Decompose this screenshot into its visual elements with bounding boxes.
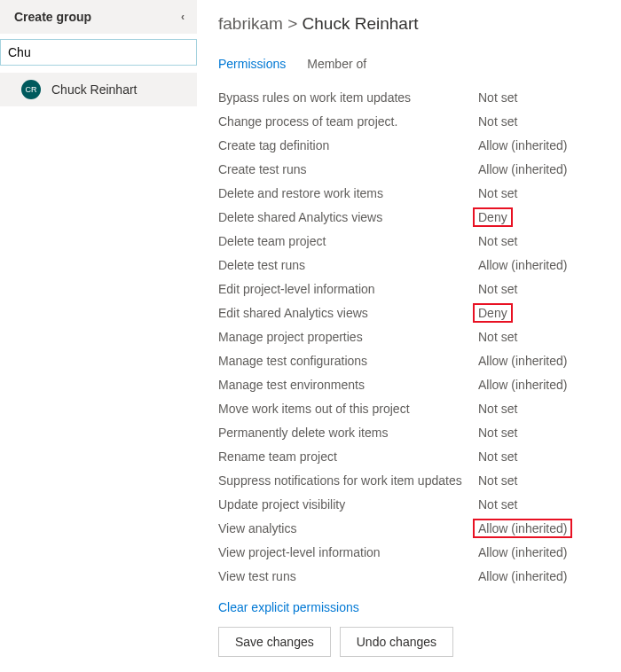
- permission-row: Suppress notifications for work item upd…: [218, 468, 621, 492]
- permission-row: Edit shared Analytics viewsDeny: [218, 301, 621, 324]
- permission-value[interactable]: Allow (inherited): [478, 354, 567, 368]
- permission-label: Manage test environments: [218, 378, 478, 392]
- permission-value[interactable]: Not set: [478, 497, 517, 512]
- permission-row: Rename team projectNot set: [218, 444, 621, 468]
- permission-value[interactable]: Not set: [478, 282, 517, 296]
- permission-row: Manage project propertiesNot set: [218, 324, 621, 348]
- permission-label: Manage project properties: [218, 330, 478, 344]
- permission-value[interactable]: Allow (inherited): [478, 569, 567, 583]
- permission-value[interactable]: Not set: [478, 449, 517, 464]
- permission-row: Delete test runsAllow (inherited): [218, 253, 621, 277]
- permission-label: Edit shared Analytics views: [218, 306, 478, 320]
- permission-label: Change process of team project.: [218, 114, 478, 129]
- permission-row: Delete team projectNot set: [218, 229, 621, 253]
- permission-label: Delete and restore work items: [218, 186, 478, 200]
- permission-row: Edit project-level informationNot set: [218, 277, 621, 301]
- create-group-label: Create group: [14, 10, 91, 24]
- permission-value[interactable]: Not set: [478, 114, 517, 129]
- permissions-list: Bypass rules on work item updatesNot set…: [218, 85, 621, 588]
- permission-value[interactable]: Not set: [478, 402, 517, 416]
- permission-value[interactable]: Not set: [478, 186, 517, 200]
- permission-label: Permanently delete work items: [218, 426, 478, 440]
- permission-label: Edit project-level information: [218, 282, 478, 296]
- button-row: Save changes Undo changes: [218, 627, 621, 657]
- permission-row: Manage test environmentsAllow (inherited…: [218, 372, 621, 396]
- chevron-left-icon[interactable]: ‹: [176, 11, 190, 23]
- permission-value[interactable]: Allow (inherited): [478, 258, 567, 272]
- create-group-button[interactable]: Create group ‹: [0, 0, 197, 34]
- permission-value[interactable]: Not set: [478, 330, 517, 344]
- permission-row: Change process of team project.Not set: [218, 109, 621, 133]
- breadcrumb-current: Chuck Reinhart: [303, 14, 419, 33]
- permission-row: Update project visibilityNot set: [218, 492, 621, 516]
- permission-label: View test runs: [218, 569, 478, 583]
- breadcrumb: fabrikam > Chuck Reinhart: [218, 14, 621, 34]
- permission-label: Delete test runs: [218, 258, 478, 272]
- tab-member-of[interactable]: Member of: [307, 57, 366, 71]
- permission-value[interactable]: Allow (inherited): [478, 162, 567, 176]
- permission-row: Manage test configurationsAllow (inherit…: [218, 348, 621, 372]
- permission-label: Move work items out of this project: [218, 402, 478, 416]
- user-name: Chuck Reinhart: [51, 82, 138, 97]
- avatar: CR: [21, 80, 41, 99]
- breadcrumb-separator: >: [287, 14, 297, 33]
- tab-permissions[interactable]: Permissions: [218, 57, 286, 71]
- permission-value[interactable]: Not set: [478, 234, 517, 248]
- left-panel: Create group ‹ CR Chuck Reinhart: [0, 0, 197, 672]
- permission-row: Delete and restore work itemsNot set: [218, 181, 621, 205]
- tabs: Permissions Member of: [218, 57, 621, 71]
- breadcrumb-parent[interactable]: fabrikam: [218, 14, 283, 33]
- permission-row: Create test runsAllow (inherited): [218, 157, 621, 181]
- permission-row: View project-level informationAllow (inh…: [218, 540, 621, 564]
- permission-row: Move work items out of this projectNot s…: [218, 396, 621, 420]
- permission-label: Delete team project: [218, 234, 478, 248]
- permission-row: View analyticsAllow (inherited): [218, 516, 621, 540]
- save-button[interactable]: Save changes: [218, 627, 331, 657]
- permission-label: Rename team project: [218, 449, 478, 464]
- permission-value[interactable]: Deny: [478, 306, 507, 320]
- permission-label: Delete shared Analytics views: [218, 210, 478, 224]
- permission-value[interactable]: Allow (inherited): [478, 138, 567, 152]
- right-panel: fabrikam > Chuck Reinhart Permissions Me…: [197, 0, 621, 672]
- permission-value[interactable]: Allow (inherited): [478, 378, 567, 392]
- permission-value[interactable]: Allow (inherited): [478, 521, 567, 535]
- clear-permissions-link[interactable]: Clear explicit permissions: [218, 600, 621, 614]
- permission-label: View analytics: [218, 521, 478, 535]
- permission-label: Create test runs: [218, 162, 478, 176]
- permission-value[interactable]: Allow (inherited): [478, 545, 567, 559]
- permission-label: Manage test configurations: [218, 354, 478, 368]
- permission-label: Update project visibility: [218, 497, 478, 512]
- permission-value[interactable]: Not set: [478, 473, 517, 488]
- permission-row: Permanently delete work itemsNot set: [218, 420, 621, 444]
- undo-button[interactable]: Undo changes: [340, 627, 453, 657]
- user-list-item[interactable]: CR Chuck Reinhart: [0, 73, 197, 106]
- permission-value[interactable]: Not set: [478, 90, 517, 105]
- permission-row: View test runsAllow (inherited): [218, 564, 621, 588]
- permission-label: View project-level information: [218, 545, 478, 559]
- permission-value[interactable]: Deny: [478, 210, 507, 224]
- permission-value[interactable]: Not set: [478, 426, 517, 440]
- permission-row: Delete shared Analytics viewsDeny: [218, 205, 621, 229]
- permission-label: Suppress notifications for work item upd…: [218, 473, 478, 488]
- permission-label: Bypass rules on work item updates: [218, 90, 478, 105]
- search-input[interactable]: [0, 39, 197, 66]
- permission-row: Create tag definitionAllow (inherited): [218, 133, 621, 157]
- permission-label: Create tag definition: [218, 138, 478, 152]
- permission-row: Bypass rules on work item updatesNot set: [218, 85, 621, 109]
